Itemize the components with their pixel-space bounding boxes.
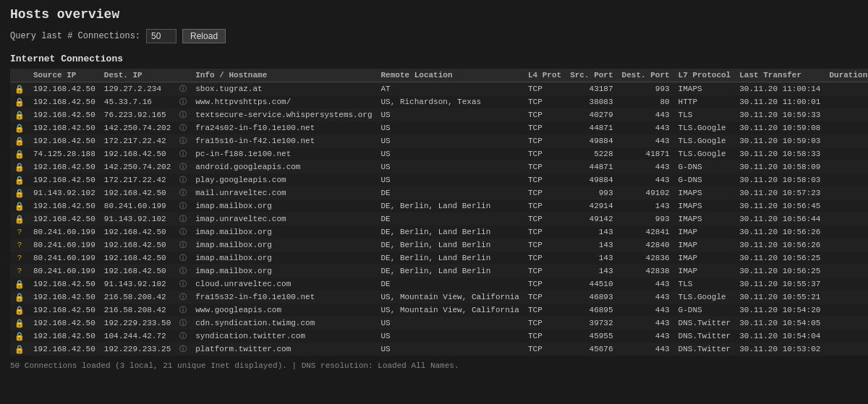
row-src-ip: 192.168.42.50 [29,173,100,186]
info-icon[interactable]: ⓘ [179,111,187,119]
query-input[interactable] [146,29,176,43]
row-info-icon-cell: ⓘ [175,291,191,304]
row-info-icon-cell: ⓘ [175,330,191,343]
row-dest-ip: 192.229.233.50 [100,317,175,330]
row-dest-ip: 129.27.2.234 [100,82,175,96]
table-row: 🔒 74.125.28.188 192.168.42.50 ⓘ pc-in-f1… [10,147,868,160]
page-title: Hosts overview [10,7,858,22]
row-dest-ip: 76.223.92.165 [100,108,175,121]
info-icon[interactable]: ⓘ [179,202,187,210]
row-dest-ip: 104.244.42.72 [100,330,175,343]
row-duration: 241 [825,173,868,186]
row-duration: 109 [825,343,868,356]
question-icon: ? [17,267,22,275]
row-remote-location: DE, Berlin, Land Berlin [377,265,524,278]
row-last-transfer: 30.11.20 10:57:23 [735,186,825,199]
table-row: ? 80.241.60.199 192.168.42.50 ⓘ imap.mai… [10,225,868,238]
info-icon[interactable]: ⓘ [179,280,187,288]
row-duration: 241 [825,160,868,173]
row-l4-prot: TCP [524,95,566,108]
row-dest-port: 443 [618,173,674,186]
row-dest-port: 443 [618,121,674,134]
info-icon[interactable]: ⓘ [179,176,187,184]
row-l7-prot: DNS.Twitter [674,343,736,356]
row-remote-location: DE [377,186,524,199]
info-icon[interactable]: ⓘ [179,332,187,340]
col-dest-port: Dest. Port [618,69,674,82]
row-l7-prot: TLS.Google [674,291,736,304]
row-dest-port: 443 [618,304,674,317]
status-bar: 50 Connections loaded (3 local, 21 uniqu… [10,361,858,370]
info-icon[interactable]: ⓘ [179,189,187,197]
row-src-port: 46895 [566,304,617,317]
row-l7-prot: IMAPS [674,199,736,212]
row-status-icon: 🔒 [10,160,29,173]
row-l7-prot: DNS.Twitter [674,330,736,343]
row-dest-port: 42838 [618,265,674,278]
table-row: 🔒 192.168.42.50 216.58.208.42 ⓘ www.goog… [10,304,868,317]
info-icon[interactable]: ⓘ [179,319,187,327]
row-l7-prot: IMAP [674,238,736,252]
row-l4-prot: TCP [524,304,566,317]
row-l4-prot: TCP [524,173,566,186]
row-hostname: play.googleapis.com [191,173,376,186]
info-icon[interactable]: ⓘ [179,293,187,301]
col-info-icon [175,69,191,82]
row-remote-location: US [377,330,524,343]
row-src-port: 143 [566,225,617,238]
row-last-transfer: 30.11.20 11:00:14 [735,82,825,96]
info-icon[interactable]: ⓘ [179,267,187,275]
info-icon[interactable]: ⓘ [179,345,187,353]
info-icon[interactable]: ⓘ [179,85,187,93]
row-last-transfer: 30.11.20 10:58:09 [735,160,825,173]
row-last-transfer: 30.11.20 10:56:26 [735,238,825,252]
row-src-ip: 192.168.42.50 [29,278,100,291]
row-src-ip: 80.241.60.199 [29,238,100,252]
row-l7-prot: IMAPS [674,186,736,199]
row-remote-location: AT [377,82,524,96]
query-label: Query last # Connections: [10,31,140,41]
row-dest-port: 143 [618,199,674,212]
row-hostname: www.googleapis.com [191,304,376,317]
row-dest-ip: 192.229.233.25 [100,343,175,356]
info-icon[interactable]: ⓘ [179,150,187,158]
row-dest-port: 443 [618,343,674,356]
row-l7-prot: G-DNS [674,173,736,186]
row-info-icon-cell: ⓘ [175,212,191,225]
col-remote-location: Remote Location [377,69,524,82]
row-last-transfer: 30.11.20 10:58:03 [735,173,825,186]
row-dest-ip: 192.168.42.50 [100,186,175,199]
row-duration: 23 [825,95,868,108]
row-l7-prot: TLS [674,108,736,121]
connections-table: Source IP Dest. IP Info / Hostname Remot… [10,69,868,356]
reload-button[interactable]: Reload [182,29,226,43]
row-duration: 0 [825,121,868,134]
row-last-transfer: 30.11.20 10:59:33 [735,108,825,121]
row-dest-ip: 80.241.60.199 [100,199,175,212]
info-icon[interactable]: ⓘ [179,137,187,145]
row-hostname: www.httpvshttps.com/ [191,95,376,108]
row-info-icon-cell: ⓘ [175,173,191,186]
row-remote-location: US, Mountain View, California [377,304,524,317]
info-icon[interactable]: ⓘ [179,98,187,106]
info-icon[interactable]: ⓘ [179,241,187,249]
info-icon[interactable]: ⓘ [179,254,187,262]
row-src-port: 44871 [566,121,617,134]
row-hostname: cdn.syndication.twimg.com [191,317,376,330]
row-duration: 138 [825,108,868,121]
row-src-ip: 192.168.42.50 [29,121,100,134]
row-info-icon-cell: ⓘ [175,265,191,278]
table-row: 🔒 192.168.42.50 129.27.2.234 ⓘ sbox.tugr… [10,82,868,96]
row-dest-port: 443 [618,134,674,147]
info-icon[interactable]: ⓘ [179,124,187,132]
info-icon[interactable]: ⓘ [179,163,187,171]
info-icon[interactable]: ⓘ [179,215,187,223]
row-duration: 15 [825,186,868,199]
col-dest-ip: Dest. IP [100,69,175,82]
lock-green-icon: 🔒 [14,85,25,94]
row-dest-port: 443 [618,291,674,304]
row-src-ip: 192.168.42.50 [29,82,100,96]
info-icon[interactable]: ⓘ [179,228,187,236]
toolbar: Query last # Connections: Reload [10,29,858,43]
info-icon[interactable]: ⓘ [179,306,187,314]
